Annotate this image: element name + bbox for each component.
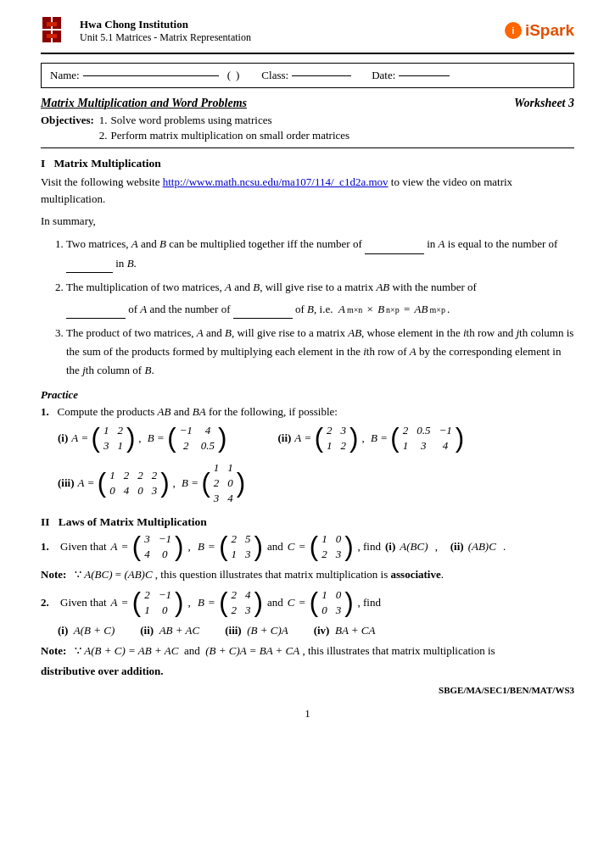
section2-roman: II Laws of Matrix Multiplication bbox=[41, 515, 207, 528]
label-ii: (ii) bbox=[277, 431, 291, 445]
svg-text:i: i bbox=[512, 26, 515, 36]
header-left: Hwa Chong Institution Unit 5.1 Matrices … bbox=[41, 15, 251, 46]
practice-item-1: 1. Compute the products AB and BA for th… bbox=[41, 405, 574, 419]
summary-item-1: Two matrices, A and B can be multiplied … bbox=[66, 235, 574, 272]
formula: Am×n × Bn×p = ABm×p . bbox=[338, 300, 450, 319]
find-i: (i) A(B + C) bbox=[58, 624, 115, 637]
math-B2: B bbox=[127, 257, 134, 270]
blank-1 bbox=[365, 253, 424, 254]
objective-1: 1.Solve word problems using matrices bbox=[99, 114, 349, 127]
matrix-Aii: ( 23 12 ) bbox=[315, 424, 359, 453]
practice-label: Practice bbox=[41, 388, 574, 402]
laws-2-B: ( 24 23 ) bbox=[219, 588, 263, 617]
matrix-Ai: ( 12 31 ) bbox=[92, 424, 136, 453]
math-A3: A bbox=[225, 281, 232, 293]
section1-roman: I Matrix Multiplication bbox=[41, 157, 161, 170]
date-label: Date: bbox=[372, 69, 395, 82]
svg-rect-4 bbox=[47, 22, 57, 26]
in-summary-label: In summary, bbox=[41, 213, 574, 230]
find-iii: (iii) (B + C)A bbox=[225, 624, 288, 637]
laws-1-given: 1. Given that A= ( 3−1 40 ) , B= ( 25 13… bbox=[41, 532, 574, 561]
note-2: Note: ∵ A(B + C) = AB + AC and (B + C)A … bbox=[41, 644, 574, 658]
blank-4 bbox=[233, 318, 293, 319]
laws-1-C: ( 10 23 ) bbox=[310, 532, 354, 561]
laws-2-find: (i) A(B + C) (ii) AB + AC (iii) (B + C)A… bbox=[58, 624, 574, 637]
header-text: Hwa Chong Institution Unit 5.1 Matrices … bbox=[80, 18, 251, 44]
footer-page: 1 bbox=[41, 707, 574, 721]
ispark-icon: i bbox=[504, 21, 523, 40]
math-B1: B bbox=[159, 237, 166, 250]
class-line bbox=[292, 75, 351, 76]
laws-2-A: ( 2−1 10 ) bbox=[132, 588, 184, 617]
section1-intro: Visit the following website http://www.m… bbox=[41, 174, 574, 208]
and-2: and bbox=[267, 596, 283, 609]
paren-close: ) bbox=[236, 69, 239, 82]
math-A1: A bbox=[131, 237, 138, 250]
laws-item-1: 1. Given that A= ( 3−1 40 ) , B= ( 25 13… bbox=[41, 532, 574, 561]
footer-code: SBGE/MA/SEC1/BEN/MAT/WS3 bbox=[41, 685, 574, 695]
laws-item-2: 2. Given that A= ( 2−1 10 ) , B= ( 24 23… bbox=[41, 588, 574, 637]
hci-logo-icon bbox=[41, 15, 71, 46]
institution-name: Hwa Chong Institution bbox=[80, 18, 251, 31]
section1-url[interactable]: http://www.math.ncsu.edu/ma107/114/_c1d2… bbox=[163, 175, 389, 188]
worksheet-number: Worksheet 3 bbox=[514, 97, 574, 110]
note-2-distributive: distributive over addition. bbox=[41, 665, 574, 678]
math-AB: AB bbox=[376, 281, 389, 293]
paren-open: ( bbox=[227, 69, 231, 82]
label-i: (i) bbox=[58, 431, 68, 445]
summary-item-3: The product of two matrices, A and B, wi… bbox=[66, 324, 574, 380]
page: Hwa Chong Institution Unit 5.1 Matrices … bbox=[0, 0, 615, 868]
find-ii: (ii) AB + AC bbox=[140, 624, 199, 637]
page-header: Hwa Chong Institution Unit 5.1 Matrices … bbox=[41, 15, 574, 54]
name-label: Name: bbox=[50, 69, 80, 82]
blank-2 bbox=[66, 272, 113, 273]
label-iii: (iii) bbox=[58, 476, 75, 490]
objectives-label: Objectives: bbox=[41, 114, 94, 142]
name-bar: Name: ( ) Class: Date: bbox=[41, 63, 574, 88]
blank-3 bbox=[66, 318, 126, 319]
note-1: Note: ∵ A(BC) = (AB)C , this question il… bbox=[41, 568, 574, 581]
practice-row-1: (i) A= ( 12 31 ) , B= ( −14 20.5 ) bbox=[58, 424, 574, 453]
worksheet-title: Matrix Multiplication and Word Problems bbox=[41, 97, 247, 110]
section1-heading: I Matrix Multiplication bbox=[41, 157, 574, 170]
math-B3: B bbox=[253, 281, 260, 293]
matrix-Bi: ( −14 20.5 ) bbox=[167, 424, 226, 453]
laws-2-given: 2. Given that A= ( 2−1 10 ) , B= ( 24 23… bbox=[41, 588, 574, 617]
laws-2-C: ( 10 03 ) bbox=[310, 588, 354, 617]
laws-1-B: ( 25 13 ) bbox=[219, 532, 263, 561]
worksheet-title-row: Matrix Multiplication and Word Problems … bbox=[41, 97, 574, 110]
math-A2: A bbox=[439, 237, 445, 250]
objectives-container: 1.Solve word problems using matrices 2.P… bbox=[99, 114, 349, 142]
laws-1-A: ( 3−1 40 ) bbox=[132, 532, 184, 561]
summary-list: Two matrices, A and B can be multiplied … bbox=[41, 235, 574, 380]
matrix-Aiii: ( 1222 0403 ) bbox=[98, 469, 170, 498]
objectives-row: Objectives: 1.Solve word problems using … bbox=[41, 114, 574, 142]
and-1: and bbox=[267, 540, 283, 554]
section2-heading: II Laws of Matrix Multiplication bbox=[41, 515, 574, 529]
find-iv: (iv) BA + CA bbox=[314, 624, 376, 637]
unit-name: Unit 5.1 Matrices - Matrix Representatio… bbox=[80, 31, 251, 44]
matrix-Biii: ( 11 20 34 ) bbox=[201, 461, 245, 505]
section-divider bbox=[41, 147, 574, 148]
obj-1-text: Solve word problems using matrices bbox=[111, 114, 272, 127]
date-line bbox=[399, 75, 450, 76]
summary-item-2: The multiplication of two matrices, A an… bbox=[66, 278, 574, 319]
practice-iii: (iii) A= ( 1222 0403 ) , B= ( 11 20 34 ) bbox=[58, 461, 574, 505]
objective-2: 2.Perform matrix multiplication on small… bbox=[99, 129, 349, 142]
matrix-Bii: ( 20.5−1 134 ) bbox=[390, 424, 464, 453]
class-label: Class: bbox=[261, 69, 288, 82]
ispark-text: iSpark bbox=[525, 21, 574, 40]
name-line bbox=[83, 75, 219, 76]
svg-rect-5 bbox=[47, 34, 57, 38]
obj-2-text: Perform matrix multiplication on small o… bbox=[111, 129, 350, 142]
practice-number-1: 1. bbox=[41, 405, 49, 418]
practice-i: (i) A= ( 12 31 ) , B= ( −14 20.5 ) bbox=[58, 424, 226, 453]
practice-ii: (ii) A= ( 23 12 ) , B= ( 20.5−1 134 ) bbox=[277, 424, 464, 453]
ispark-logo: i iSpark bbox=[504, 21, 574, 40]
